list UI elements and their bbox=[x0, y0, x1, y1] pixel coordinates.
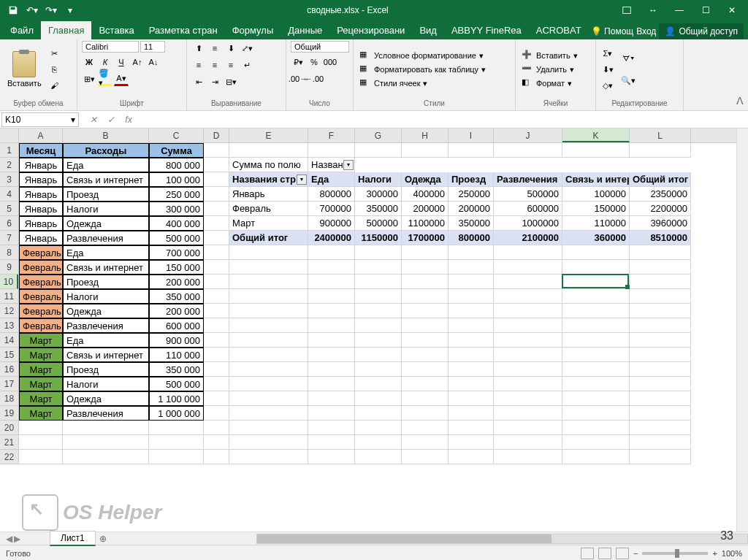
cell-I17[interactable] bbox=[449, 377, 494, 391]
cell-F1[interactable] bbox=[308, 143, 355, 158]
cell-D10[interactable] bbox=[204, 275, 229, 289]
enter-formula-button[interactable]: ✓ bbox=[104, 115, 118, 125]
cell-J3[interactable]: Развлечения bbox=[494, 172, 562, 187]
cell-L12[interactable] bbox=[630, 304, 691, 318]
cell-A16[interactable]: Март bbox=[19, 362, 63, 377]
cell-H18[interactable] bbox=[402, 391, 449, 406]
cell-K5[interactable]: 150000 bbox=[562, 202, 630, 216]
col-header-E[interactable]: E bbox=[229, 129, 308, 142]
cell-J18[interactable] bbox=[494, 391, 562, 406]
zoom-slider[interactable] bbox=[642, 552, 708, 555]
row-header-11[interactable]: 11 bbox=[0, 289, 18, 304]
cell-L11[interactable] bbox=[630, 289, 691, 304]
cell-F18[interactable] bbox=[308, 391, 355, 406]
cell-B13[interactable]: Развлечения bbox=[63, 318, 149, 333]
cell-F10[interactable] bbox=[308, 275, 355, 289]
cell-B2[interactable]: Еда bbox=[63, 158, 149, 172]
cell-H17[interactable] bbox=[402, 377, 449, 391]
cell-F6[interactable]: 900000 bbox=[308, 216, 355, 231]
cell-E11[interactable] bbox=[229, 289, 308, 304]
cell-I6[interactable]: 350000 bbox=[449, 216, 494, 231]
cell-H9[interactable] bbox=[402, 260, 449, 275]
cell-A19[interactable]: Март bbox=[19, 406, 63, 421]
paste-button[interactable]: Вставить bbox=[4, 50, 45, 89]
increase-decimal-button[interactable]: .00→ bbox=[291, 72, 305, 86]
decrease-decimal-button[interactable]: ←.00 bbox=[307, 72, 321, 86]
cell-C7[interactable]: 500 000 bbox=[149, 231, 204, 245]
sort-filter-button[interactable]: ᗊ▾ bbox=[618, 48, 638, 69]
cell-C14[interactable]: 900 000 bbox=[149, 333, 204, 348]
cell-E4[interactable]: Январь bbox=[229, 187, 308, 202]
cell-G21[interactable] bbox=[355, 435, 402, 450]
cell-I12[interactable] bbox=[449, 304, 494, 318]
cell-A14[interactable]: Март bbox=[19, 333, 63, 348]
cell-H5[interactable]: 200000 bbox=[402, 202, 449, 216]
cell-L4[interactable]: 2350000 bbox=[630, 187, 691, 202]
cell-B21[interactable] bbox=[63, 435, 149, 450]
cell-J11[interactable] bbox=[494, 289, 562, 304]
cell-H1[interactable] bbox=[402, 143, 449, 158]
cell-B15[interactable]: Связь и интернет bbox=[63, 348, 149, 362]
cell-K3[interactable]: Связь и интер bbox=[562, 172, 630, 187]
undo-button[interactable]: ↶▾ bbox=[23, 1, 41, 19]
cell-L22[interactable] bbox=[630, 450, 691, 464]
cell-G17[interactable] bbox=[355, 377, 402, 391]
cell-C11[interactable]: 350 000 bbox=[149, 289, 204, 304]
cell-C9[interactable]: 150 000 bbox=[149, 260, 204, 275]
fx-button[interactable]: fx bbox=[121, 115, 136, 125]
cell-E7[interactable]: Общий итог bbox=[229, 231, 308, 245]
cell-J22[interactable] bbox=[494, 450, 562, 464]
cell-L18[interactable] bbox=[630, 391, 691, 406]
cell-B12[interactable]: Одежда bbox=[63, 304, 149, 318]
tab-view[interactable]: Вид bbox=[412, 21, 444, 39]
cell-H22[interactable] bbox=[402, 450, 449, 464]
cell-J1[interactable] bbox=[494, 143, 562, 158]
cell-B6[interactable]: Одежда bbox=[63, 216, 149, 231]
cell-G15[interactable] bbox=[355, 348, 402, 362]
cell-H19[interactable] bbox=[402, 406, 449, 421]
row-header-8[interactable]: 8 bbox=[0, 245, 18, 260]
cell-L19[interactable] bbox=[630, 406, 691, 421]
maximize-button[interactable]: ☐ bbox=[695, 1, 716, 19]
col-header-J[interactable]: J bbox=[494, 129, 562, 142]
cell-D13[interactable] bbox=[204, 318, 229, 333]
row-header-6[interactable]: 6 bbox=[0, 216, 18, 231]
find-select-button[interactable]: 🔍▾ bbox=[618, 70, 638, 91]
signin-button[interactable]: Вход bbox=[636, 26, 656, 37]
cell-B4[interactable]: Проезд bbox=[63, 187, 149, 202]
col-header-L[interactable]: L bbox=[630, 129, 691, 142]
cell-A9[interactable]: Февраль bbox=[19, 260, 63, 275]
cell-J14[interactable] bbox=[494, 333, 562, 348]
filter-dropdown-F2[interactable]: ▾ bbox=[343, 160, 354, 170]
align-right-button[interactable]: ≡ bbox=[224, 58, 238, 72]
fill-button[interactable]: ⬇▾ bbox=[600, 62, 615, 77]
cell-H12[interactable] bbox=[402, 304, 449, 318]
conditional-formatting-button[interactable]: ▦Условное форматирование▾ bbox=[358, 49, 487, 62]
cell-B19[interactable]: Развлечения bbox=[63, 406, 149, 421]
cell-L10[interactable] bbox=[630, 275, 691, 289]
cell-C15[interactable]: 110 000 bbox=[149, 348, 204, 362]
cell-E22[interactable] bbox=[229, 450, 308, 464]
cell-G19[interactable] bbox=[355, 406, 402, 421]
cell-F8[interactable] bbox=[308, 245, 355, 260]
cell-D8[interactable] bbox=[204, 245, 229, 260]
align-top-button[interactable]: ⬆ bbox=[191, 41, 206, 55]
insert-cells-button[interactable]: ➕Вставить▾ bbox=[520, 49, 579, 62]
cell-H11[interactable] bbox=[402, 289, 449, 304]
cell-H6[interactable]: 1100000 bbox=[402, 216, 449, 231]
cell-K4[interactable]: 100000 bbox=[562, 187, 630, 202]
cell-C5[interactable]: 300 000 bbox=[149, 202, 204, 216]
zoom-out-button[interactable]: − bbox=[633, 549, 638, 558]
tab-review[interactable]: Рецензировани bbox=[329, 21, 412, 39]
page-layout-view-button[interactable] bbox=[598, 548, 611, 559]
cell-F15[interactable] bbox=[308, 348, 355, 362]
cell-F14[interactable] bbox=[308, 333, 355, 348]
minimize-button[interactable]: — bbox=[669, 1, 690, 19]
cell-I3[interactable]: Проезд bbox=[449, 172, 494, 187]
cell-H14[interactable] bbox=[402, 333, 449, 348]
cell-E20[interactable] bbox=[229, 421, 308, 435]
row-header-10[interactable]: 10 bbox=[0, 275, 18, 289]
vertical-scrollbar[interactable] bbox=[736, 129, 748, 532]
col-header-K[interactable]: K bbox=[562, 129, 630, 142]
tab-layout[interactable]: Разметка стран bbox=[142, 21, 225, 39]
